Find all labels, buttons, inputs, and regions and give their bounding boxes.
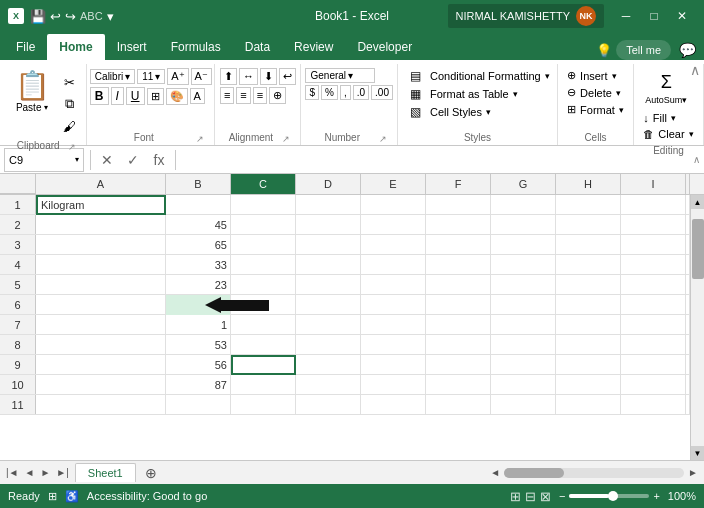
cell-i8[interactable] (621, 335, 686, 355)
cell-i7[interactable] (621, 315, 686, 335)
col-header-h[interactable]: H (556, 174, 621, 194)
cell-e4[interactable] (361, 255, 426, 275)
cell-i11[interactable] (621, 395, 686, 415)
save-icon[interactable]: 💾 (30, 9, 46, 24)
cell-g5[interactable] (491, 275, 556, 295)
cell-a11[interactable] (36, 395, 166, 415)
row-header-9[interactable]: 9 (0, 355, 36, 374)
zoom-track[interactable] (569, 494, 649, 498)
col-header-a[interactable]: A (36, 174, 166, 194)
cell-i3[interactable] (621, 235, 686, 255)
conditional-format-dropdown-icon[interactable]: ▾ (545, 71, 550, 81)
tab-formulas[interactable]: Formulas (159, 34, 233, 60)
cell-e6[interactable] (361, 295, 426, 315)
cell-b5[interactable]: 23 (166, 275, 231, 295)
cell-e9[interactable] (361, 355, 426, 375)
col-header-d[interactable]: D (296, 174, 361, 194)
cell-d3[interactable] (296, 235, 361, 255)
cell-e7[interactable] (361, 315, 426, 335)
cell-f7[interactable] (426, 315, 491, 335)
number-expand-icon[interactable]: ↗ (377, 133, 389, 145)
cell-d6[interactable] (296, 295, 361, 315)
tab-data[interactable]: Data (233, 34, 282, 60)
cell-h11[interactable] (556, 395, 621, 415)
insert-dropdown-icon[interactable]: ▾ (612, 71, 617, 81)
cell-e11[interactable] (361, 395, 426, 415)
col-header-i[interactable]: I (621, 174, 686, 194)
nav-prev-sheet-button[interactable]: ◄ (23, 465, 37, 480)
number-format-dropdown-icon[interactable]: ▾ (348, 70, 353, 81)
delete-cells-button[interactable]: ⊖ Delete▾ (563, 85, 625, 100)
cell-a7[interactable] (36, 315, 166, 335)
conditional-formatting-button[interactable]: ▤ Conditional Formatting ▾ (406, 68, 554, 84)
cell-d4[interactable] (296, 255, 361, 275)
maximize-icon[interactable]: □ (640, 0, 668, 32)
paste-dropdown-icon[interactable]: ▾ (44, 103, 48, 112)
cell-mode-icon[interactable]: ⊞ (48, 490, 57, 503)
cell-h8[interactable] (556, 335, 621, 355)
cell-d2[interactable] (296, 215, 361, 235)
cell-d11[interactable] (296, 395, 361, 415)
format-painter-button[interactable]: 🖌 (58, 116, 82, 136)
cell-h9[interactable] (556, 355, 621, 375)
row-header-4[interactable]: 4 (0, 255, 36, 274)
paste-button[interactable]: 📋 Paste ▾ (9, 68, 56, 117)
cell-i4[interactable] (621, 255, 686, 275)
cell-b1[interactable] (166, 195, 231, 215)
cell-f1[interactable] (426, 195, 491, 215)
cell-d8[interactable] (296, 335, 361, 355)
cell-e5[interactable] (361, 275, 426, 295)
cell-b7[interactable]: 1 (166, 315, 231, 335)
comma-button[interactable]: , (340, 85, 351, 100)
col-header-g[interactable]: G (491, 174, 556, 194)
decrease-font-button[interactable]: A⁻ (191, 68, 212, 85)
cell-i6[interactable] (621, 295, 686, 315)
row-header-1[interactable]: 1 (0, 195, 36, 214)
cell-f5[interactable] (426, 275, 491, 295)
cell-h10[interactable] (556, 375, 621, 395)
cell-h5[interactable] (556, 275, 621, 295)
italic-button[interactable]: I (111, 87, 124, 105)
cell-f11[interactable] (426, 395, 491, 415)
cell-c3[interactable] (231, 235, 296, 255)
cell-h1[interactable] (556, 195, 621, 215)
close-icon[interactable]: ✕ (668, 0, 696, 32)
cell-f6[interactable] (426, 295, 491, 315)
cell-i5[interactable] (621, 275, 686, 295)
cell-b10[interactable]: 87 (166, 375, 231, 395)
clear-dropdown-icon[interactable]: ▾ (689, 129, 694, 139)
bold-button[interactable]: B (90, 87, 109, 105)
cell-a6[interactable] (36, 295, 166, 315)
font-expand-icon[interactable]: ↗ (194, 133, 206, 145)
row-header-5[interactable]: 5 (0, 275, 36, 294)
cell-e3[interactable] (361, 235, 426, 255)
font-family-selector[interactable]: Calibri▾ (90, 69, 135, 84)
format-dropdown-icon[interactable]: ▾ (619, 105, 624, 115)
cell-i2[interactable] (621, 215, 686, 235)
cell-h3[interactable] (556, 235, 621, 255)
cell-a2[interactable] (36, 215, 166, 235)
cell-b8[interactable]: 53 (166, 335, 231, 355)
cell-b11[interactable] (166, 395, 231, 415)
cell-e10[interactable] (361, 375, 426, 395)
accessibility-icon[interactable]: ♿ (65, 490, 79, 503)
cell-a4[interactable] (36, 255, 166, 275)
cell-f10[interactable] (426, 375, 491, 395)
cell-b6[interactable]: 45 (166, 295, 231, 315)
vertical-scrollbar[interactable]: ▲ ▼ (690, 195, 704, 460)
copy-button[interactable]: ⧉ (58, 94, 82, 114)
cell-g11[interactable] (491, 395, 556, 415)
clipboard-expand-icon[interactable]: ↗ (66, 141, 78, 153)
cut-button[interactable]: ✂ (58, 72, 82, 92)
row-header-7[interactable]: 7 (0, 315, 36, 334)
fill-button[interactable]: ↓ Fill▾ (639, 111, 680, 125)
cell-d1[interactable] (296, 195, 361, 215)
scroll-track[interactable] (691, 209, 704, 446)
h-scroll-thumb[interactable] (504, 468, 564, 478)
row-header-11[interactable]: 11 (0, 395, 36, 414)
customize-qa-icon[interactable]: ▾ (107, 9, 114, 24)
format-cells-button[interactable]: ⊞ Format▾ (563, 102, 628, 117)
cell-g10[interactable] (491, 375, 556, 395)
cell-c6[interactable] (231, 295, 296, 315)
h-scroll-left-button[interactable]: ◄ (488, 465, 502, 480)
